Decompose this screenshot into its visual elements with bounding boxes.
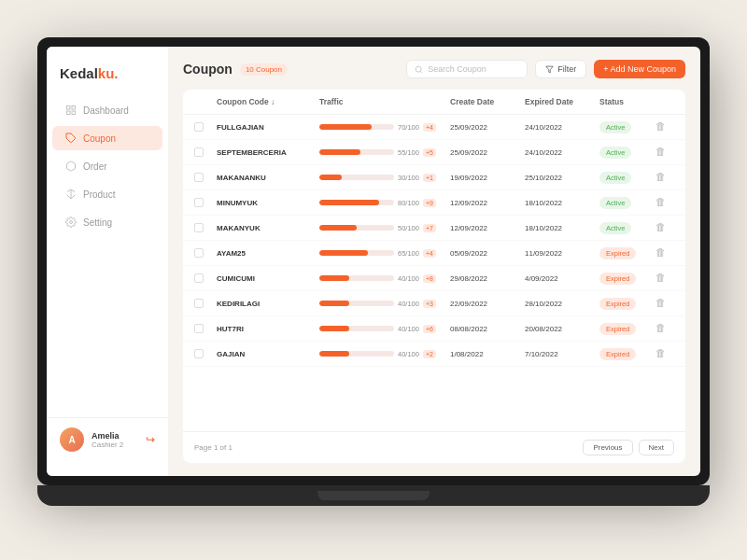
traffic-bar-fill-2 (319, 175, 342, 180)
delete-icon-5[interactable]: 🗑 (655, 246, 669, 259)
traffic-bar-bg-0 (319, 124, 394, 130)
checkbox-5[interactable] (194, 248, 204, 258)
coupon-code-0: FULLGAJIAN (217, 123, 319, 132)
traffic-bar-bg-2 (319, 175, 394, 180)
action-delete-4[interactable]: 🗑 (655, 221, 685, 234)
checkbox-2[interactable] (194, 173, 204, 182)
status-0: Active (599, 123, 655, 132)
coupon-code-1: SEPTEMBERCERIA (217, 148, 319, 157)
sidebar-item-product[interactable]: Product (52, 182, 162, 206)
action-delete-3[interactable]: 🗑 (655, 196, 685, 209)
action-delete-1[interactable]: 🗑 (655, 146, 685, 159)
action-delete-2[interactable]: 🗑 (655, 171, 685, 184)
th-status: Status (599, 97, 655, 106)
row-checkbox[interactable] (194, 198, 217, 207)
delete-icon-9[interactable]: 🗑 (655, 347, 669, 360)
status-badge-2: Active (599, 172, 631, 184)
sidebar-item-setting[interactable]: Setting (52, 210, 162, 234)
filter-label: Filter (557, 64, 576, 74)
row-checkbox[interactable] (194, 273, 217, 283)
row-checkbox[interactable] (194, 324, 217, 333)
expired-date-3: 18/10/2022 (525, 199, 599, 207)
add-coupon-label: + Add New Coupon (603, 64, 676, 74)
checkbox-7[interactable] (194, 299, 204, 308)
search-box[interactable]: Search Coupon (406, 60, 528, 78)
traffic-plus-2: +1 (423, 174, 436, 182)
prev-button[interactable]: Previous (583, 440, 632, 455)
status-3: Active (599, 199, 655, 207)
status-badge-0: Active (599, 121, 631, 133)
header-actions: Search Coupon Filter + Add New Coupon (406, 60, 685, 78)
traffic-9: 40/100 +2 (319, 350, 450, 358)
user-role: Cashier 2 (92, 441, 138, 449)
action-delete-9[interactable]: 🗑 (655, 347, 685, 360)
add-coupon-button[interactable]: + Add New Coupon (594, 60, 685, 78)
action-delete-5[interactable]: 🗑 (655, 246, 685, 259)
checkbox-3[interactable] (194, 198, 204, 207)
row-checkbox[interactable] (194, 147, 217, 157)
traffic-1: 55/100 +5 (319, 148, 450, 157)
logout-icon[interactable]: ↪ (146, 433, 155, 446)
traffic-6: 40/100 +8 (319, 274, 450, 283)
checkbox-0[interactable] (194, 122, 204, 132)
coupon-code-3: MINUMYUK (217, 199, 319, 207)
action-delete-8[interactable]: 🗑 (655, 322, 685, 335)
traffic-text-9: 40/100 (398, 350, 419, 358)
delete-icon-4[interactable]: 🗑 (655, 221, 669, 234)
avatar: A (60, 427, 84, 452)
settings-icon (65, 217, 77, 228)
expired-date-6: 4/09/2022 (525, 274, 599, 283)
traffic-text-3: 80/100 (398, 199, 419, 207)
sidebar-item-coupon[interactable]: Coupon (52, 126, 162, 150)
action-delete-6[interactable]: 🗑 (655, 272, 685, 285)
traffic-bar-bg-3 (319, 200, 394, 205)
action-delete-7[interactable]: 🗑 (655, 297, 685, 310)
delete-icon-8[interactable]: 🗑 (655, 322, 669, 335)
row-checkbox[interactable] (194, 122, 217, 132)
coupon-code-9: GAJIAN (217, 350, 319, 358)
checkbox-8[interactable] (194, 324, 204, 333)
delete-icon-1[interactable]: 🗑 (655, 146, 669, 159)
delete-icon-7[interactable]: 🗑 (655, 297, 669, 310)
row-checkbox[interactable] (194, 223, 217, 232)
delete-icon-3[interactable]: 🗑 (655, 196, 669, 209)
table-header: Coupon Code ↓ Traffic Create Date Expire… (183, 90, 685, 115)
delete-icon-0[interactable]: 🗑 (655, 120, 669, 133)
traffic-text-1: 55/100 (398, 148, 419, 157)
page-title-area: Coupon 10 Coupon (183, 62, 288, 77)
grid-icon (65, 105, 77, 116)
delete-icon-6[interactable]: 🗑 (655, 272, 669, 285)
traffic-plus-3: +9 (423, 199, 436, 207)
table-row: GAJIAN 40/100 +2 1/08/2022 7/10/2022 Exp… (183, 342, 685, 367)
action-delete-0[interactable]: 🗑 (655, 120, 685, 133)
row-checkbox[interactable] (194, 299, 217, 308)
checkbox-1[interactable] (194, 147, 204, 157)
svg-rect-3 (72, 111, 76, 115)
checkbox-6[interactable] (194, 273, 204, 283)
sidebar-item-order[interactable]: Order (52, 154, 162, 178)
traffic-plus-1: +5 (423, 148, 436, 157)
table-footer: Page 1 of 1 Previous Next (183, 431, 685, 463)
package-icon (65, 189, 77, 200)
traffic-bar-fill-9 (319, 351, 349, 357)
expired-date-1: 24/10/2022 (525, 148, 599, 157)
row-checkbox[interactable] (194, 248, 217, 258)
row-checkbox[interactable] (194, 349, 217, 358)
checkbox-9[interactable] (194, 349, 204, 358)
sidebar-label-setting: Setting (83, 217, 112, 228)
next-button[interactable]: Next (639, 440, 674, 455)
traffic-text-0: 70/100 (398, 123, 419, 132)
status-4: Active (599, 224, 655, 232)
status-7: Expired (599, 300, 655, 308)
expired-date-9: 7/10/2022 (525, 350, 599, 358)
sidebar-item-dashboard[interactable]: Dashboard (52, 98, 162, 122)
status-9: Expired (599, 350, 655, 358)
status-6: Expired (599, 274, 655, 283)
svg-rect-0 (67, 106, 71, 110)
filter-button[interactable]: Filter (535, 60, 586, 78)
row-checkbox[interactable] (194, 173, 217, 182)
delete-icon-2[interactable]: 🗑 (655, 171, 669, 184)
user-info: Amelia Cashier 2 (92, 431, 138, 449)
traffic-bar-fill-7 (319, 301, 349, 306)
checkbox-4[interactable] (194, 223, 204, 232)
